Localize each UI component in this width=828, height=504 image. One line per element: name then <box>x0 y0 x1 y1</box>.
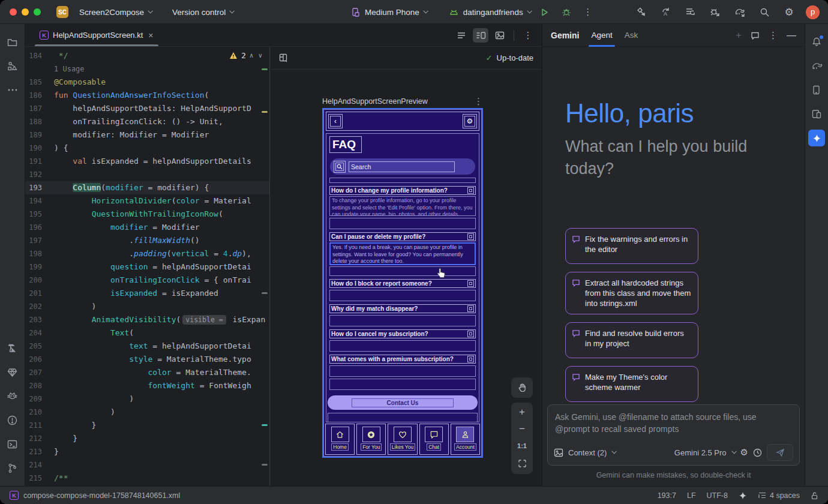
line-number[interactable]: 212 <box>25 432 54 445</box>
code-line[interactable]: 187 helpAndSupportDetails: HelpAndSuppor… <box>25 102 269 115</box>
hide-panel-icon[interactable]: — <box>787 30 796 41</box>
debug-button[interactable] <box>559 4 574 20</box>
line-number[interactable]: 209 <box>25 392 54 406</box>
chat-history-icon[interactable] <box>751 31 760 40</box>
lock-icon[interactable] <box>811 491 818 500</box>
context-button[interactable]: Context (2) <box>568 448 616 457</box>
code-line[interactable]: 191 val isExpanded = helpAndSupportDetai… <box>25 155 269 168</box>
code-line[interactable]: 209 ) <box>25 392 269 406</box>
suggestion-card[interactable]: Extract all hardcoded strings from this … <box>565 272 698 314</box>
indent-widget[interactable]: 4 spaces <box>758 491 800 500</box>
suggestion-card[interactable]: Fix the warnings and errors in the edito… <box>565 228 698 264</box>
pan-hand-icon[interactable] <box>511 377 533 398</box>
line-separator[interactable]: LF <box>687 491 696 500</box>
line-number[interactable]: 213 <box>25 445 54 458</box>
minimize-window-button[interactable] <box>22 8 29 16</box>
code-line[interactable]: 199 question = helpAndSupportDetai <box>25 260 269 274</box>
line-number[interactable]: 191 <box>25 155 54 168</box>
line-number[interactable]: 207 <box>25 366 54 379</box>
more-actions-icon[interactable]: ⋮ <box>580 4 596 20</box>
expand-toggle-icon[interactable] <box>467 356 474 362</box>
line-number[interactable]: 214 <box>25 458 54 472</box>
settings-icon[interactable]: ⚙ <box>781 4 797 20</box>
code-line[interactable]: 206 style = MaterialTheme.typo <box>25 353 269 366</box>
gemini-toolwindow-button[interactable] <box>808 130 825 146</box>
line-number[interactable]: 186 <box>25 89 54 102</box>
code-line[interactable]: 188 onTrailingIconClick: () -> Unit, <box>25 115 269 128</box>
apply-changes-icon[interactable]: A <box>658 4 674 20</box>
code-view-icon[interactable] <box>454 28 469 43</box>
preview-name[interactable]: HelpAndSupportScreenPreview <box>322 97 428 106</box>
faq-question[interactable]: Why did my match disappear? <box>329 304 476 313</box>
device-manager-icon[interactable] <box>808 82 825 98</box>
profiler-icon[interactable] <box>683 4 698 20</box>
code-line[interactable]: 208 fontWeight = FontWeigh <box>25 379 269 392</box>
line-number[interactable]: 193 <box>25 181 54 194</box>
code-line[interactable]: 211 } <box>25 419 269 432</box>
line-number[interactable]: 199 <box>25 260 54 274</box>
prev-problem-icon[interactable]: ∧ <box>250 52 254 59</box>
settings-button[interactable]: ⚙ <box>463 114 477 128</box>
contact-us-button[interactable]: Contact Us <box>328 395 478 410</box>
line-number[interactable]: 210 <box>25 406 54 419</box>
code-line[interactable]: 212 } <box>25 432 269 445</box>
code-line[interactable]: 194 HorizontalDivider(color = Material <box>25 194 269 208</box>
faq-question[interactable]: How do I cancel my subscription? <box>329 329 476 338</box>
expand-toggle-icon[interactable] <box>467 187 474 194</box>
line-number[interactable]: 185 <box>25 76 54 89</box>
line-number[interactable]: 204 <box>25 326 54 340</box>
back-button[interactable]: ‹ <box>328 114 343 128</box>
project-selector[interactable]: Screen2Compose <box>79 8 152 17</box>
close-window-button[interactable] <box>10 8 17 16</box>
line-number[interactable]: 202 <box>25 300 54 313</box>
file-encoding[interactable]: UTF-8 <box>707 491 728 500</box>
zoom-in-button[interactable]: + <box>519 409 525 416</box>
usage-inlay-line[interactable]: 1 Usage <box>25 62 269 76</box>
project-folder-icon[interactable] <box>4 34 21 50</box>
line-number[interactable]: 188 <box>25 115 54 128</box>
problems-icon[interactable] <box>4 412 21 428</box>
status-file-name[interactable]: compose-compose-model-1758748140651.xml <box>23 491 180 500</box>
version-control-icon[interactable] <box>4 460 21 476</box>
running-devices-icon[interactable] <box>808 106 825 122</box>
maximize-window-button[interactable] <box>34 8 41 16</box>
line-number[interactable]: 190 <box>25 142 54 155</box>
device-selector[interactable]: Medium Phone <box>351 7 427 17</box>
line-number[interactable]: 192 <box>25 168 54 181</box>
code-line[interactable]: 195 QuestionWithTrailingIconRow( <box>25 208 269 221</box>
line-number[interactable]: 197 <box>25 234 54 247</box>
tab-ask[interactable]: Ask <box>625 24 638 47</box>
code-line[interactable]: 210 ) <box>25 406 269 419</box>
code-line[interactable]: 204 Text( <box>25 326 269 340</box>
attach-image-icon[interactable] <box>554 448 563 457</box>
code-line[interactable]: 213} <box>25 445 269 458</box>
line-number[interactable]: 189 <box>25 128 54 142</box>
faq-question[interactable]: What comes with a premium subscription? <box>329 355 476 364</box>
line-number[interactable]: 195 <box>25 208 54 221</box>
editor-options-icon[interactable]: ⋮ <box>520 28 536 43</box>
faq-question[interactable]: Can I pause or delete my profile? <box>329 232 476 241</box>
nav-item-likes-you[interactable]: Likes You <box>388 424 417 455</box>
new-chat-icon[interactable]: + <box>736 29 742 41</box>
phone-preview[interactable]: ‹ ⚙ FAQ Search How do I change my profil… <box>322 108 483 458</box>
nav-item-chat[interactable]: Chat <box>419 424 449 455</box>
line-number[interactable]: 200 <box>25 274 54 287</box>
gradle-icon[interactable] <box>808 58 825 74</box>
expand-toggle-icon[interactable] <box>467 233 474 240</box>
line-number[interactable]: 194 <box>25 194 54 208</box>
suggestion-card[interactable]: Make my Theme's color scheme warmer <box>565 366 698 402</box>
code-line[interactable]: 185@Composable <box>25 76 269 89</box>
code-line[interactable]: 214 <box>25 458 269 472</box>
code-line[interactable]: 186fun QuestionAndAnswerInfoSection( <box>25 89 269 102</box>
code-line[interactable]: 190) { <box>25 142 269 155</box>
line-number[interactable]: 187 <box>25 102 54 115</box>
gemini-settings-icon[interactable]: ⚙ <box>740 447 748 458</box>
code-line[interactable]: 207 color = MaterialTheme. <box>25 366 269 379</box>
ui-check-icon[interactable] <box>278 53 289 63</box>
search-input[interactable]: Search <box>349 161 455 172</box>
gradle-sync-icon[interactable] <box>732 4 748 20</box>
history-clock-icon[interactable] <box>753 448 762 457</box>
next-problem-icon[interactable]: ∨ <box>258 52 262 59</box>
search-bar[interactable]: Search <box>330 158 475 175</box>
code-editor[interactable]: 184 */1 Usage185@Composable186fun Questi… <box>25 47 270 486</box>
